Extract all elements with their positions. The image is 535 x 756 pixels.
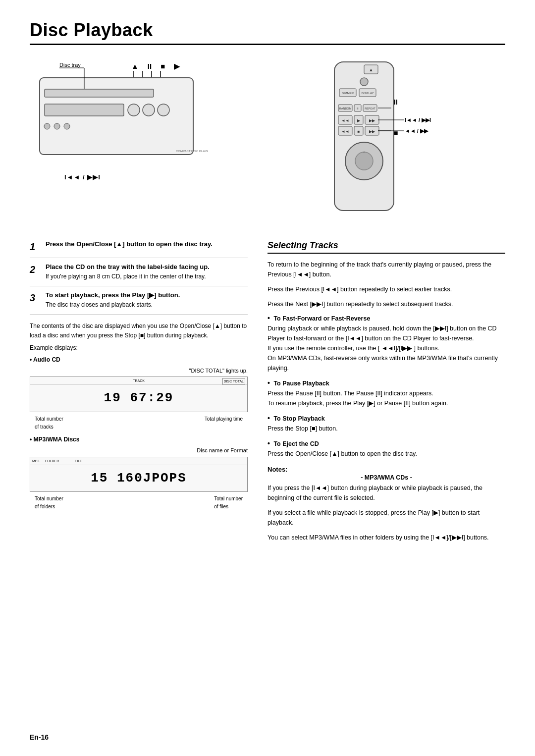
annot-total-folders: Total numberof folders <box>35 495 63 511</box>
display2-annotations: Total numberof folders Total numberof fi… <box>30 495 248 511</box>
note-intro: The contents of the disc are displayed w… <box>30 322 248 340</box>
file-label: FILE <box>75 458 82 464</box>
svg-text:■: ■ <box>358 129 360 134</box>
display1-annotations: Total numberof tracks Total playing time <box>30 415 248 431</box>
play-symbol: ▶ <box>174 62 180 71</box>
bullet-pause-playback: • To Pause Playback Press the Pause [II]… <box>268 379 505 408</box>
notes-body-1: If you press the [I◄◄] button during pla… <box>268 483 505 503</box>
audio-cd-label: • Audio CD <box>30 355 248 365</box>
display-text-1: 19 67:29 <box>30 385 247 412</box>
svg-rect-5 <box>45 89 154 97</box>
folder-label: FOLDER <box>45 458 59 464</box>
bullet-eject-body: Press the Open/Close [▲] button to open … <box>268 449 505 459</box>
selecting-intro-1: To return to the beginning of the track … <box>268 260 505 279</box>
bullet-stop-title: • To Stop Playback <box>268 414 505 422</box>
svg-text:II: II <box>357 107 359 110</box>
display-header-2: MP3 FOLDER FILE <box>30 457 247 465</box>
svg-point-7 <box>128 104 140 116</box>
step-3-desc: The disc tray closes and playback starts… <box>46 300 180 309</box>
step-3-title: To start playback, press the Play [▶] bu… <box>46 291 180 299</box>
diagram-section: Disc tray ▲ II ■ ▶ <box>30 57 505 225</box>
svg-text:▶: ▶ <box>357 118 361 123</box>
left-column: 1 Press the Open/Close [▲] button to ope… <box>30 240 248 547</box>
svg-point-45 <box>355 152 373 170</box>
display-mp3: MP3 FOLDER FILE 15 160JPOPS <box>30 457 248 492</box>
stop-symbol: ■ <box>160 62 165 71</box>
svg-text:■: ■ <box>394 129 398 137</box>
svg-point-12 <box>64 123 70 129</box>
svg-text:◄◄: ◄◄ <box>341 129 349 134</box>
selecting-intro-2: Press the Previous [I◄◄] button repeated… <box>268 284 505 294</box>
bullet-stop-playback: • To Stop Playback Press the Stop [■] bu… <box>268 414 505 433</box>
step-3-number: 3 <box>30 292 42 309</box>
step-2-title: Place the CD on the tray with the label-… <box>46 263 210 270</box>
svg-text:REPEAT: REPEAT <box>365 107 375 110</box>
page-title: Disc Playback <box>30 20 505 41</box>
annot-total-tracks: Total numberof tracks <box>35 415 63 431</box>
step-2-content: Place the CD on the tray with the label-… <box>46 263 210 281</box>
remote-diagram-container: ▲ DIMMER DISPLAY II RANDOM II <box>233 57 505 225</box>
button-symbols: ▲ II ■ ▶ <box>131 62 180 71</box>
svg-point-10 <box>44 123 50 129</box>
svg-point-8 <box>143 104 155 116</box>
bullet-stop-body: Press the Stop [■] button. <box>268 424 505 433</box>
disc-tray-label: Disc tray <box>59 62 81 68</box>
disc-name-format: Disc name or Format <box>30 446 248 455</box>
svg-text:COMPACT DISC PLAYER C-7030: COMPACT DISC PLAYER C-7030 <box>176 150 208 153</box>
bullet-pause-body: Press the Pause [II] button. The Pause [… <box>268 388 505 408</box>
note-block: The contents of the disc are displayed w… <box>30 322 248 511</box>
diagram-svg: COMPACT DISC PLAYER C-7030 <box>30 57 208 186</box>
bullet-fast-forward-title: • To Fast-Forward or Fast-Reverse <box>268 314 505 322</box>
step-2: 2 Place the CD on the tray with the labe… <box>30 263 248 286</box>
disc-total-lights: "DISC TOTAL" lights up. <box>30 367 248 376</box>
track-label: TRACK <box>133 378 145 383</box>
bullet-eject-title: • To Eject the CD <box>268 439 505 447</box>
svg-text:◄◄ / ▶▶: ◄◄ / ▶▶ <box>405 128 429 134</box>
mp3-section: • MP3/WMA Discs Disc name or Format MP3 … <box>30 435 248 511</box>
svg-text:◄◄: ◄◄ <box>341 118 349 123</box>
svg-point-19 <box>360 78 368 86</box>
mp3-header-label: MP3 <box>32 458 39 464</box>
svg-text:RANDOM: RANDOM <box>339 107 352 110</box>
right-column: Selecting Tracks To return to the beginn… <box>268 240 505 547</box>
svg-text:▶▶: ▶▶ <box>369 118 375 123</box>
step-1: 1 Press the Open/Close [▲] button to ope… <box>30 240 248 258</box>
bullet-eject-cd: • To Eject the CD Press the Open/Close [… <box>268 439 505 459</box>
mp3-label: • MP3/WMA Discs <box>30 435 248 444</box>
audio-cd-section: • Audio CD "DISC TOTAL" lights up. TRACK… <box>30 355 248 431</box>
step-3-content: To start playback, press the Play [▶] bu… <box>46 291 180 309</box>
selecting-tracks-title: Selecting Tracks <box>268 240 505 254</box>
svg-text:II: II <box>394 98 398 106</box>
page: Disc Playback Disc tray ▲ II ■ ▶ <box>0 0 535 756</box>
svg-rect-4 <box>40 78 193 155</box>
svg-text:▶▶: ▶▶ <box>369 129 375 134</box>
pause-symbol: II <box>148 62 152 71</box>
annot-playing-time: Total playing time <box>205 415 243 431</box>
notes-title: Notes: <box>268 466 505 473</box>
notes-body-3: You can select MP3/WMA files in other fo… <box>268 533 505 542</box>
nav-arrows-left: I◄◄ / ▶▶I <box>64 173 101 181</box>
cd-player-diagram-container: Disc tray ▲ II ■ ▶ <box>30 57 218 225</box>
display-text-2: 15 160JPOPS <box>30 465 247 492</box>
disc-total-label: DISC TOTAL <box>222 378 245 384</box>
bullet-pause-title: • To Pause Playback <box>268 379 505 387</box>
bullet-fast-forward-body: During playback or while playback is pau… <box>268 324 505 373</box>
annot-total-files: Total numberof files <box>214 495 243 511</box>
remote-svg: ▲ DIMMER DISPLAY II RANDOM II <box>295 57 443 225</box>
remote-diagram: ▲ DIMMER DISPLAY II RANDOM II <box>295 57 443 225</box>
open-close-symbol: ▲ <box>131 62 139 71</box>
example-label: Example displays: <box>30 343 248 353</box>
svg-text:DISPLAY: DISPLAY <box>362 92 374 95</box>
notes-body-2: If you select a file while playback is s… <box>268 508 505 528</box>
step-2-number: 2 <box>30 264 42 281</box>
cd-player-diagram: Disc tray ▲ II ■ ▶ <box>30 57 208 186</box>
svg-point-9 <box>158 104 169 116</box>
step-1-number: 1 <box>30 241 42 253</box>
step-1-content: Press the Open/Close [▲] button to open … <box>46 240 213 253</box>
notes-subtitle: - MP3/WMA CDs - <box>268 474 505 481</box>
svg-text:I◄◄ / ▶▶I: I◄◄ / ▶▶I <box>405 117 431 123</box>
svg-text:▲: ▲ <box>369 67 374 72</box>
bullet-fast-forward: • To Fast-Forward or Fast-Reverse During… <box>268 314 505 373</box>
title-divider <box>30 44 505 45</box>
display-header-1: TRACK DISC TOTAL <box>30 377 247 385</box>
